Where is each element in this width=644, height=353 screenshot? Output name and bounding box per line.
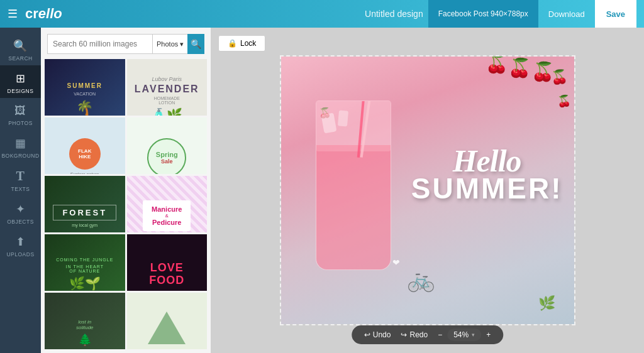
bottom-toolbar: ↩ Undo ↪ Redo − 54% ▾ +: [352, 325, 503, 344]
save-button[interactable]: Save: [595, 0, 636, 28]
sidebar-item-objects[interactable]: ✦ OBJECTS: [0, 196, 41, 229]
sidebar-item-designs[interactable]: ⊞ DESIGNS: [0, 65, 41, 98]
sidebar-item-background[interactable]: ▦ BOKGROUND: [0, 130, 41, 163]
photos-icon: 🖼: [14, 104, 26, 117]
design-title: Untitled design: [365, 9, 423, 19]
zoom-out-button[interactable]: −: [433, 329, 447, 341]
sidebar-item-uploads[interactable]: ⬆ UPLOADS: [0, 229, 41, 261]
canvas-area: 🔒 Lock 🍒🍒🍒 🍒 🍒 🍒: [211, 28, 644, 353]
lock-icon: 🔒: [228, 39, 237, 48]
list-item[interactable]: Lubov Paris LAVENDER HOMEMADELOTION 🧴🌿 F…: [127, 59, 208, 116]
top-navigation: ☰ crello Untitled design Facebook Post 9…: [0, 0, 644, 28]
bicycle-decoration: 🚲: [407, 266, 435, 293]
search-button[interactable]: 🔍: [187, 34, 204, 54]
sidebar-item-search[interactable]: 🔍 SEARCH: [0, 33, 41, 65]
list-item[interactable]: COMING THE JUNGLE IN THE HEARTOF NATURE …: [45, 234, 125, 291]
search-magnifier-icon: 🔍: [191, 39, 201, 49]
zoom-chevron-icon: ▾: [472, 332, 475, 338]
search-bar: Photos ▾ 🔍: [41, 28, 211, 59]
left-sidebar: 🔍 SEARCH ⊞ DESIGNS 🖼 PHOTOS ▦ BOKGROUND …: [0, 28, 41, 353]
zoom-display[interactable]: 54% ▾: [447, 329, 481, 341]
objects-icon: ✦: [16, 202, 26, 216]
list-item[interactable]: SUMMER VACATION 🌴 FREE: [45, 59, 125, 116]
chevron-down-icon: ▾: [180, 40, 184, 48]
heart-decoration: ❤: [392, 258, 400, 268]
zoom-out-icon: −: [438, 330, 442, 339]
undo-icon: ↩: [364, 330, 370, 339]
list-item[interactable]: lost insolitude 🌲: [45, 293, 125, 349]
canvas-summer-text: SUMMER!: [411, 174, 563, 203]
background-icon: ▦: [15, 136, 26, 150]
thumbnails-grid: SUMMER VACATION 🌴 FREE Lubov Paris LAVEN…: [41, 59, 211, 353]
zoom-in-icon: +: [486, 330, 491, 339]
format-label: Facebook Post 940×788px: [428, 0, 538, 28]
uploads-icon: ⬆: [16, 235, 26, 249]
search-input[interactable]: [48, 35, 152, 53]
redo-button[interactable]: ↪ Redo: [396, 329, 433, 341]
designs-icon: ⊞: [16, 72, 26, 85]
list-item[interactable]: Spring Sale FREE: [127, 117, 208, 174]
zoom-in-button[interactable]: +: [481, 329, 496, 341]
canvas-wrapper: 🍒🍒🍒 🍒 🍒 🍒: [280, 55, 575, 325]
hamburger-icon[interactable]: ☰: [8, 7, 18, 21]
canvas-design[interactable]: 🍒🍒🍒 🍒 🍒 🍒: [280, 55, 575, 325]
leaf-decoration: 🌿: [538, 295, 555, 312]
lock-button[interactable]: 🔒 Lock: [218, 35, 265, 52]
search-icon: 🔍: [13, 39, 28, 53]
undo-button[interactable]: ↩ Undo: [359, 329, 396, 341]
search-input-wrap: Photos ▾: [47, 34, 187, 54]
list-item[interactable]: FLAKHIKE Explore nature: [45, 117, 125, 174]
zoom-value: 54%: [453, 330, 469, 339]
app-logo: crello: [25, 6, 62, 22]
content-panel: Photos ▾ 🔍 SUMMER VACATION 🌴: [41, 28, 211, 353]
sidebar-item-photos[interactable]: 🖼 PHOTOS: [0, 98, 41, 130]
list-item[interactable]: LOVEFOOD FREE: [127, 234, 208, 291]
list-item[interactable]: explore: [127, 293, 208, 349]
texts-icon: T: [16, 169, 25, 183]
list-item[interactable]: Manicure & Pedicure FREE: [127, 176, 208, 232]
download-button[interactable]: Download: [538, 0, 595, 28]
list-item[interactable]: FOREST my local gym FREE: [45, 176, 125, 232]
main-area: 🔍 SEARCH ⊞ DESIGNS 🖼 PHOTOS ▦ BOKGROUND …: [0, 28, 644, 353]
sidebar-item-texts[interactable]: T TEXTS: [0, 163, 41, 196]
redo-icon: ↪: [401, 330, 407, 339]
search-type-dropdown[interactable]: Photos ▾: [152, 35, 187, 53]
